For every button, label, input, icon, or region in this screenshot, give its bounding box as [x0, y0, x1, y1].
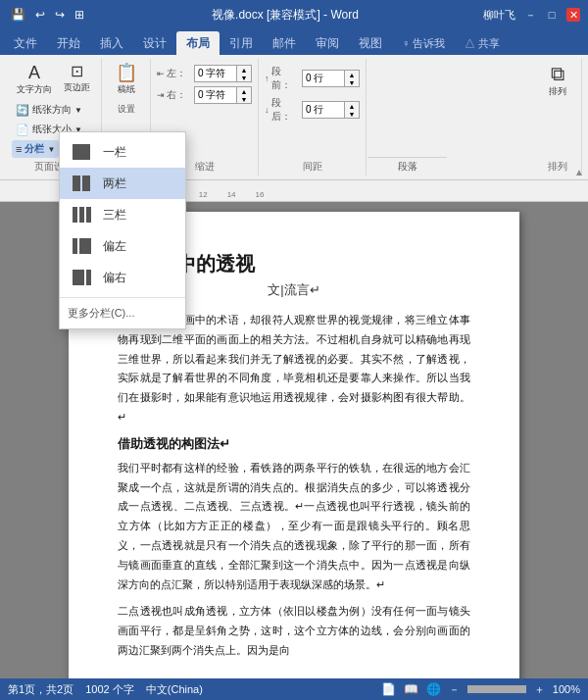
word-count: 1002 个字: [85, 682, 134, 697]
ruler-mark-8: 16: [256, 190, 265, 199]
columns-dropdown: 一栏 两栏: [59, 131, 186, 329]
zoom-out-button[interactable]: －: [449, 682, 460, 697]
indent-right-input[interactable]: 0 字符: [194, 86, 237, 104]
column-three-label: 三栏: [103, 207, 126, 224]
indent-left-input[interactable]: 0 字符: [194, 65, 237, 82]
maximize-button[interactable]: □: [545, 8, 559, 22]
status-bar-right: 📄 📖 🌐 － ＋ 100%: [381, 682, 580, 697]
column-right-item[interactable]: 偏右: [60, 262, 185, 293]
tab-view[interactable]: 视图: [349, 31, 392, 55]
tab-layout[interactable]: 布局: [176, 31, 220, 55]
zoom-in-button[interactable]: ＋: [534, 682, 545, 697]
indent-right-spinner[interactable]: ▲ ▼: [237, 86, 252, 104]
tab-design[interactable]: 设计: [133, 31, 176, 55]
left-col-visual: [73, 238, 91, 254]
spacing-after-input[interactable]: 0 行: [302, 101, 345, 119]
indent-right-row: ⇥ 右： 0 字符 ▲ ▼: [157, 86, 252, 104]
column-left-icon: [68, 235, 95, 257]
close-button[interactable]: ✕: [566, 8, 580, 22]
column-one-label: 一栏: [103, 144, 126, 161]
tab-tell-me[interactable]: ♀ 告诉我: [392, 31, 455, 55]
tab-references[interactable]: 引用: [220, 31, 263, 55]
tab-file[interactable]: 文件: [4, 31, 47, 55]
column-right-icon: [68, 267, 95, 288]
document-paragraph-3: 二点透视也叫成角透视，立方体（依旧以楼盘为例）没有任何一面与镜头画面平行，都是呈…: [118, 602, 470, 660]
paragraph-group-area: 段落: [367, 59, 447, 175]
margins-button[interactable]: ⊡ 页边距: [59, 61, 95, 99]
column-two-icon: [68, 173, 95, 194]
ribbon-group-spacing: ↑ 段前： 0 行 ▲ ▼ ↓ 段后：: [259, 59, 367, 175]
quick-access-toolbar: 💾 ↩ ↪ ⊞: [8, 6, 87, 24]
title-bar: 💾 ↩ ↪ ⊞ 视像.docx [兼容模式] - Word 柳叶飞 － □ ✕: [0, 0, 588, 29]
indent-right-down[interactable]: ▼: [237, 95, 251, 103]
text-direction-button[interactable]: A 文字方向: [12, 61, 57, 99]
column-right-label: 偏右: [103, 270, 126, 286]
column-three-icon: [68, 204, 95, 225]
three-col-visual: [73, 207, 91, 223]
column-left-label: 偏左: [103, 238, 126, 255]
page-info: 第1页，共2页: [8, 682, 74, 697]
column-three-item[interactable]: 三栏: [60, 199, 185, 230]
username: 柳叶飞: [483, 8, 515, 23]
spacing-label: 间距: [303, 158, 322, 174]
columns-button[interactable]: ≡分栏 ▼: [12, 140, 59, 158]
column-two-label: 两栏: [103, 175, 126, 192]
ribbon-group-arrange: ⧉ 排列 排列: [533, 59, 582, 175]
view-web-icon[interactable]: 🌐: [426, 682, 441, 696]
indent-left-down[interactable]: ▼: [237, 74, 251, 81]
spacing-content: ↑ 段前： 0 行 ▲ ▼ ↓ 段后：: [265, 61, 360, 124]
undo-icon[interactable]: ↩: [32, 6, 48, 24]
tab-share[interactable]: △ 共享: [455, 31, 510, 55]
paragraph-label: 段落: [368, 157, 447, 174]
arrange-button[interactable]: ⧉ 排列: [540, 61, 575, 110]
tab-review[interactable]: 审阅: [306, 31, 349, 55]
column-one-item[interactable]: 一栏: [60, 136, 185, 168]
section-title-1: 借助透视的构图法↵: [118, 435, 470, 453]
spacing-before-input[interactable]: 0 行: [302, 70, 345, 87]
customize-icon[interactable]: ⊞: [72, 6, 87, 24]
status-bar-left: 第1页，共2页 1002 个字 中文(China): [8, 682, 203, 697]
spacing-before-up[interactable]: ▲: [345, 71, 359, 78]
ribbon-area: A 文字方向 ⊡ 页边距 🔄纸张方向 ▼: [0, 55, 588, 180]
column-left-item[interactable]: 偏左: [60, 230, 185, 262]
title-bar-left: 💾 ↩ ↪ ⊞: [8, 6, 87, 24]
save-icon[interactable]: 💾: [8, 6, 28, 24]
tab-home[interactable]: 开始: [47, 31, 90, 55]
view-normal-icon[interactable]: 📄: [381, 682, 396, 696]
dropdown-divider: [60, 297, 185, 298]
title-text: 视像.docx [兼容模式] - Word: [212, 8, 359, 22]
indent-label: 缩进: [195, 158, 215, 174]
paper-orientation-button[interactable]: 🔄纸张方向 ▼: [12, 101, 86, 119]
manuscript-button[interactable]: 📋 稿纸: [109, 61, 144, 99]
column-two-item[interactable]: 两栏: [60, 168, 185, 199]
indent-right-up[interactable]: ▲: [237, 87, 251, 95]
spacing-after-down[interactable]: ▼: [345, 110, 359, 118]
view-reading-icon[interactable]: 📖: [404, 682, 418, 696]
ruler-mark-7: 14: [227, 190, 236, 199]
arrange-content: ⧉ 排列: [540, 61, 575, 158]
minimize-button[interactable]: －: [523, 8, 537, 22]
arrange-label: 排列: [548, 158, 567, 174]
indent-left-spinner[interactable]: ▲ ▼: [237, 65, 252, 82]
indent-content: ⇤ 左： 0 字符 ▲ ▼ ⇥ 右：: [157, 61, 252, 104]
tab-mail[interactable]: 邮件: [263, 31, 306, 55]
one-col-visual: [73, 144, 90, 160]
language-indicator: 中文(China): [146, 682, 203, 697]
spacing-after-spinner[interactable]: ▲ ▼: [345, 101, 360, 119]
indent-left-up[interactable]: ▲: [237, 66, 251, 74]
ribbon-collapse-button[interactable]: ▲: [574, 167, 584, 177]
tab-insert[interactable]: 插入: [90, 31, 133, 55]
zoom-slider[interactable]: [467, 685, 526, 693]
window-title: 视像.docx [兼容模式] - Word: [87, 7, 483, 24]
ruler-mark-6: 12: [199, 190, 208, 199]
redo-icon[interactable]: ↪: [52, 6, 68, 24]
more-columns-label: 更多分栏(C)...: [68, 306, 134, 321]
spacing-after-up[interactable]: ▲: [345, 102, 359, 110]
spacing-before-spinner[interactable]: ▲ ▼: [345, 70, 360, 87]
status-bar: 第1页，共2页 1002 个字 中文(China) 📄 📖 🌐 － ＋ 100%: [0, 678, 588, 700]
more-columns-item[interactable]: 更多分栏(C)...: [60, 302, 185, 325]
ribbon-tabs: 文件 开始 插入 设计 布局 引用 邮件 审阅 视图 ♀ 告诉我 △ 共享: [0, 29, 588, 55]
spacing-after-row: ↓ 段后： 0 行 ▲ ▼: [265, 96, 360, 124]
document-paragraph-2: 我们平时都有这样的经验，看铁路的两条平行的铁轨，在很远的地方会汇聚成一个点，这就…: [118, 459, 470, 595]
spacing-before-down[interactable]: ▼: [345, 78, 359, 86]
